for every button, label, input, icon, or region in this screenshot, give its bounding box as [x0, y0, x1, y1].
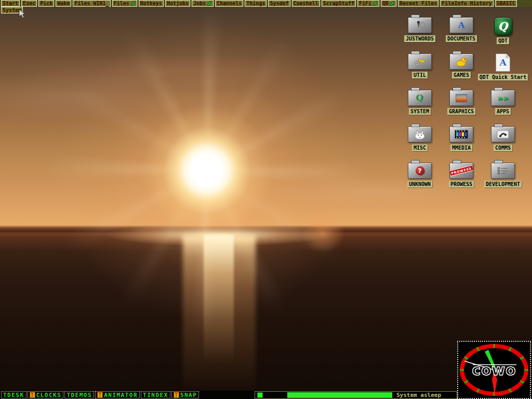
folder-icon: [449, 90, 473, 106]
menu-item-scrapstuff[interactable]: ScrapStuff: [322, 0, 356, 7]
menu-item-fifi[interactable]: FiFi: [357, 0, 379, 7]
menu-item-label: Cueshell: [294, 1, 318, 6]
folder-icon: »»: [491, 90, 515, 106]
menu-item-label: Recent Files: [400, 1, 437, 6]
desktop-icon-documents[interactable]: ADOCUMENTS: [441, 14, 482, 50]
menu-item-cueshell[interactable]: Cueshell: [292, 0, 320, 7]
menu-item-things[interactable]: Things: [245, 0, 267, 7]
menu-item-exec[interactable]: Exec: [21, 0, 37, 7]
desktop-icon-justwords[interactable]: JUSTWORDS: [399, 14, 441, 50]
menu-item-sysdef[interactable]: Sysdef: [268, 0, 290, 7]
menu-item-label: Hotjobs: [167, 1, 189, 6]
menu-item-label: Exec: [23, 1, 35, 6]
job-badge-icon: T: [97, 392, 103, 398]
menu-item-label: Hotkeys: [140, 1, 162, 6]
desktop-icon-label: COMMS: [494, 144, 512, 151]
menu-item-qd[interactable]: QD: [381, 0, 396, 7]
desktop-icon-label: SYSTEM: [409, 108, 431, 115]
folder-icon: [491, 163, 515, 179]
job-badge-icon: T: [174, 392, 179, 398]
page-icon: A: [496, 54, 510, 72]
desktop-icon-label: GRAPHICS: [447, 108, 475, 115]
menu-item-hotkeys[interactable]: Hotkeys: [139, 0, 164, 7]
desktop-icon-label: PROWESS: [449, 181, 474, 188]
status-message: System asleep: [396, 392, 441, 398]
film-icon: [450, 127, 473, 142]
desktop-icon-comms[interactable]: COMMS: [482, 123, 524, 159]
folder-icon: PROWESS: [449, 163, 473, 179]
desktop-icon-games[interactable]: GAMES: [441, 50, 482, 87]
menu-item-label: FiFi: [359, 1, 371, 6]
tile-icon: Q: [494, 17, 512, 35]
menu-item-label: Pick: [40, 1, 52, 6]
taskbar-buttons: TDESKTCLOCKSTDEMOSTANIMATORTINDEXTSNAP: [0, 391, 199, 399]
desktop-icon-qdt[interactable]: QQDT: [482, 14, 524, 50]
menu-item-jobs[interactable]: Jobs: [192, 0, 214, 7]
qswirl-icon: Q: [495, 18, 512, 35]
sunset-icon: [450, 90, 473, 105]
desktop-icon-system[interactable]: QSYSTEM: [399, 87, 441, 123]
menu-item-sbasic[interactable]: SBASIC: [495, 0, 517, 7]
desktop-icon-label: APPS: [495, 108, 511, 115]
desktop-icon-label: JUSTWORDS: [404, 35, 435, 42]
tool-icon: [408, 54, 431, 69]
menu-item-pick[interactable]: Pick: [38, 0, 54, 7]
desktop-icon-label: MISC: [412, 144, 428, 151]
job-badge-icon: T: [30, 392, 35, 398]
status-box: System asleep: [255, 391, 457, 399]
folder-icon: [408, 54, 432, 70]
progress-bar: [287, 392, 392, 398]
menu-item-fileinfo-history[interactable]: FileInfo History: [440, 0, 493, 7]
wallpaper-sea-reflection-core: [204, 235, 234, 365]
phone-icon: [491, 127, 514, 142]
desktop-icon-mmedia[interactable]: MMEDIA: [441, 123, 482, 159]
leaf-icon: [373, 1, 378, 6]
clock-widget[interactable]: cowo: [457, 341, 531, 399]
folder-icon: Q: [408, 90, 432, 106]
taskbar-button-clocks[interactable]: TCLOCKS: [28, 391, 64, 398]
folder-icon: ?: [408, 163, 432, 179]
desktop-icon-label: UNKNOWN: [407, 181, 432, 188]
desktop-icon-label: QDT: [497, 37, 509, 44]
desktop-icon-label: DEVELOPMENT: [484, 181, 522, 188]
desktop: StartExecPickWakeFiles WIN1_FilesHotkeys…: [0, 0, 532, 399]
list-icon: [491, 163, 514, 178]
menu-item-label: QD: [382, 1, 389, 6]
menu-item-label: Files WIN1_: [74, 1, 109, 6]
taskbar-button-label: TDEMOS: [66, 392, 92, 398]
taskbar-button-tdemos[interactable]: TDEMOS: [64, 391, 94, 398]
taskbar-button-label: SNAP: [180, 392, 197, 398]
desktop-icon-prowess[interactable]: PROWESSPROWESS: [441, 159, 482, 196]
folder-icon: [408, 126, 432, 142]
taskbar-button-tindex[interactable]: TINDEX: [141, 391, 170, 398]
menu-item-label: Files: [114, 1, 129, 6]
desktop-icon-apps[interactable]: »»APPS: [482, 87, 524, 123]
menu-item-channels[interactable]: Channels: [215, 0, 243, 7]
menu-item-label: Start: [3, 1, 18, 6]
desktop-icon-label: UTIL: [412, 72, 428, 78]
menu-item-files[interactable]: Files: [112, 0, 137, 7]
menu-item-files-win1-[interactable]: Files WIN1_: [73, 0, 110, 7]
leaf-icon: [207, 1, 212, 6]
menu-item-start[interactable]: Start: [1, 0, 20, 7]
leaf-icon: [390, 1, 395, 6]
menu-item-wake[interactable]: Wake: [56, 0, 71, 7]
desktop-icon-util[interactable]: UTIL: [399, 50, 441, 87]
menu-item-label: Things: [246, 1, 265, 6]
menu-item-label: SBASIC: [497, 1, 515, 6]
menu-item-hotjobs[interactable]: Hotjobs: [165, 0, 190, 7]
menu-item-label: Jobs: [193, 1, 206, 6]
desktop-icon-qdt-quick-start[interactable]: AQDT Quick Start: [482, 50, 524, 87]
desktop-icon-unknown[interactable]: ?UNKNOWN: [399, 159, 441, 196]
desktop-icon-misc[interactable]: MISC: [399, 123, 441, 159]
taskbar-button-label: TDESK: [3, 392, 24, 398]
taskbar-button-snap[interactable]: TSNAP: [171, 391, 200, 398]
desktop-icon-development[interactable]: DEVELOPMENT: [482, 159, 524, 196]
letter-icon: A: [496, 54, 510, 71]
pen-icon: [408, 18, 431, 33]
desktop-icon-graphics[interactable]: GRAPHICS: [441, 87, 482, 123]
menu-item-recent-files[interactable]: Recent Files: [398, 0, 438, 7]
taskbar-button-animator[interactable]: TANIMATOR: [95, 391, 140, 398]
banner-icon: PROWESS: [450, 163, 473, 178]
taskbar-button-tdesk[interactable]: TDESK: [1, 391, 26, 398]
